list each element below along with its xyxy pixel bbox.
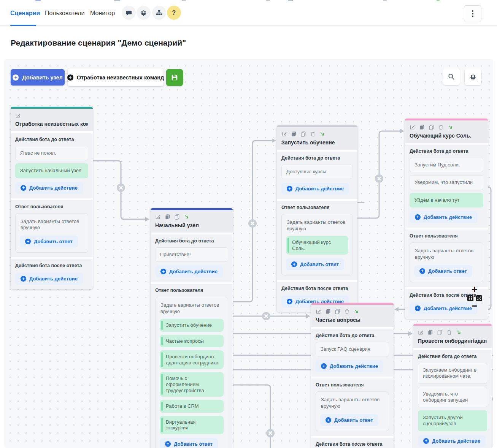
zoom-in-button[interactable]: + (472, 285, 478, 294)
copy-icon[interactable] (429, 124, 434, 130)
action-item[interactable]: Запускаем онбординг в изолированном чате… (418, 363, 487, 384)
add-answer-button[interactable]: +Добавить ответ (160, 438, 218, 448)
node-unknown-commands[interactable]: Отработка неизвестных команд Действия бо… (11, 107, 93, 289)
merge-arrow-icon[interactable] (456, 329, 462, 335)
node-header: Частые вопросы (311, 305, 394, 327)
duplicate-icon[interactable] (291, 131, 297, 137)
plus-circle-icon: + (419, 268, 425, 274)
trash-icon[interactable] (446, 329, 452, 335)
answer-item[interactable]: Работа в CRM (160, 400, 224, 413)
add-answer-button[interactable]: +Добавить ответ (20, 236, 78, 247)
overflow-menu-button[interactable] (464, 5, 481, 22)
zoom-out-button[interactable]: − (472, 303, 478, 309)
edit-icon[interactable] (410, 124, 415, 130)
artifact (437, 0, 440, 1)
add-answer-button[interactable]: +Добавить ответ (414, 265, 472, 277)
action-item[interactable]: Приветствие! (155, 247, 228, 262)
copy-icon[interactable] (174, 214, 180, 220)
action-item[interactable]: Запуск FAQ сценария (316, 342, 389, 356)
add-action-button[interactable]: +Добавить действие (281, 183, 349, 195)
section-user-answer: Ответ пользователя Задать варианты ответ… (151, 284, 233, 448)
duplicate-icon[interactable] (165, 214, 170, 220)
answer-item[interactable]: Помочь с оформлением трудоустройства (160, 372, 224, 397)
section-label: Действия бота до ответа (155, 238, 228, 244)
structure-button[interactable] (152, 6, 166, 20)
tab-monitor[interactable]: Монитор (90, 10, 115, 17)
help-button[interactable]: ? (167, 6, 181, 20)
trash-icon[interactable] (310, 131, 316, 137)
add-unknown-commands-label: Отработка неизвестных команд (77, 74, 164, 81)
action-item[interactable]: Уведомим, что запустили (410, 175, 483, 190)
section-bot-actions-before: Действия бота до ответа Доступные курсы … (277, 152, 357, 199)
search-button[interactable] (443, 68, 460, 85)
chat-button[interactable] (122, 6, 136, 20)
merge-arrow-icon[interactable] (448, 124, 453, 130)
plus-circle-icon: + (13, 74, 19, 81)
copy-icon[interactable] (437, 329, 443, 335)
action-item[interactable]: Доступные курсы (281, 165, 353, 179)
add-node-button[interactable]: + Добавить узел (11, 69, 65, 85)
copy-icon[interactable] (300, 131, 306, 137)
add-action-button[interactable]: +Добавить действие (155, 266, 223, 277)
answer-item[interactable]: Провести онбординг/адаптацию сотрудника (160, 350, 224, 369)
action-item[interactable]: Запустим Пуд соли. (410, 158, 483, 172)
merge-arrow-icon[interactable] (184, 214, 189, 220)
node-title: Запустить обучение (281, 139, 353, 146)
answer-item[interactable]: Обучающий курс Соль. (286, 236, 348, 255)
action-item[interactable]: Я вас не понял. (15, 146, 88, 160)
section-user-answer: Ответ пользователя Задать варианты ответ… (277, 201, 357, 280)
action-item-link[interactable]: Запустить другой сценарий/узел (418, 410, 487, 431)
section-label: Ответ пользователя (155, 288, 228, 293)
edit-icon[interactable] (316, 309, 321, 314)
merge-arrow-icon[interactable] (354, 309, 359, 314)
node-faq[interactable]: Частые вопросы Действия бота до ответа З… (311, 303, 394, 448)
action-item-link[interactable]: Запустить начальный узел (15, 163, 88, 178)
duplicate-icon[interactable] (325, 309, 331, 314)
tab-users[interactable]: Пользователи (45, 10, 84, 17)
canvas-zoom-controls: + − (465, 285, 484, 309)
trash-icon[interactable] (438, 124, 444, 130)
save-button[interactable] (166, 69, 183, 86)
node-training[interactable]: Запустить обучение Действия бота до отве… (277, 125, 357, 312)
plus-circle-icon: + (21, 185, 26, 191)
section-user-answer: Ответ пользователя Задать варианты ответ… (405, 230, 488, 287)
answer-item[interactable]: Запустить обучение (160, 319, 224, 332)
node-onboarding[interactable]: Провести онбординг/адапта... Действия бо… (413, 324, 492, 448)
answers-card: Задать варианты ответов вручную +Добавит… (410, 242, 483, 282)
add-action-button[interactable]: +Добавить действие (418, 435, 486, 447)
answers-card: Задать варианты ответов вручную +Добавит… (316, 391, 389, 431)
node-start[interactable]: Начальный узел Действия бота до ответа П… (151, 208, 233, 448)
page-title: Редактирование сценария "Демо сценарий" (11, 38, 186, 47)
section-label: Действия бота после ответа (281, 286, 353, 291)
edit-icon[interactable] (15, 112, 21, 118)
add-unknown-commands-button[interactable]: + Отработка неизвестных команд (68, 68, 164, 86)
add-answer-button[interactable]: +Добавить ответ (286, 258, 344, 270)
canvas-settings-button[interactable] (465, 68, 481, 85)
artifact (266, 0, 270, 1)
edit-icon[interactable] (155, 214, 161, 220)
add-action-button[interactable]: +Добавить действие (15, 273, 83, 285)
flow-canvas[interactable]: + Добавить узел + Отработка неизвестных … (4, 59, 493, 448)
answer-item[interactable]: Виртуальная экскурсия (160, 416, 224, 434)
add-action-button[interactable]: +Добавить действие (316, 360, 383, 372)
edit-icon[interactable] (418, 329, 424, 335)
action-item-link[interactable]: Уйдем в начало тут (410, 193, 483, 207)
gear-icon (469, 73, 477, 81)
trash-icon[interactable] (344, 309, 350, 314)
copy-icon[interactable] (335, 309, 340, 314)
add-answer-button[interactable]: +Добавить ответ (320, 414, 378, 426)
node-header: Провести онбординг/адапта... (413, 326, 492, 348)
save-icon (170, 73, 179, 82)
merge-arrow-icon[interactable] (319, 131, 325, 137)
duplicate-icon[interactable] (427, 329, 433, 335)
edit-icon[interactable] (281, 131, 287, 137)
duplicate-icon[interactable] (419, 124, 425, 130)
answer-item[interactable]: Частые вопросы (160, 335, 224, 348)
node-header: Отработка неизвестных команд (11, 109, 93, 131)
add-action-button[interactable]: +Добавить действие (410, 211, 477, 223)
answers-card: Задать варианты ответов вручную Запустит… (155, 297, 228, 448)
settings-button[interactable] (137, 6, 151, 20)
action-item[interactable]: Уведомить, что онбординг запущен (418, 387, 487, 408)
add-action-button[interactable]: +Добавить действие (15, 182, 83, 194)
tab-scenarios[interactable]: Сценарии (10, 10, 40, 17)
